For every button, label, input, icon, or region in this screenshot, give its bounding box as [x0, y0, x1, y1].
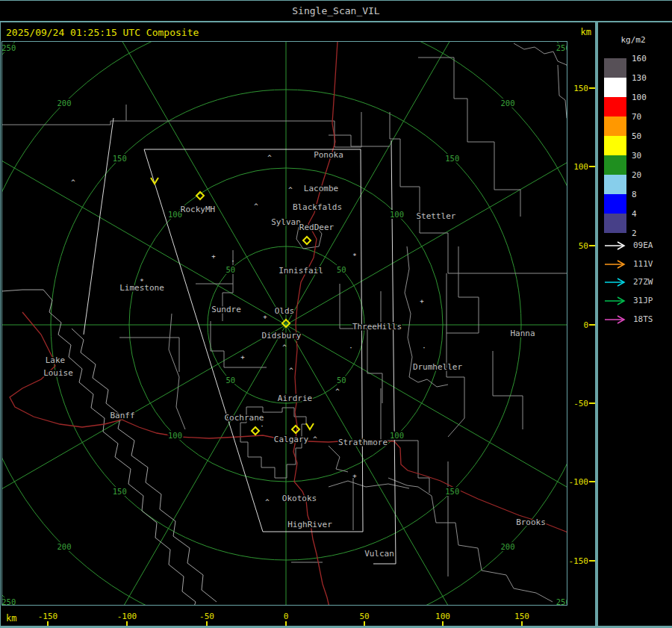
bottom-axis-label: -150 [30, 612, 66, 621]
window-left-border [0, 22, 1, 628]
radar-site-row: 111V [605, 259, 672, 270]
app-window: Single_Scan_VIL 2025/09/24 01:25:15 UTC … [0, 0, 672, 628]
right-axis-tick [589, 481, 595, 482]
colorbar-value: 8 [632, 190, 662, 199]
site-arrow-icon [605, 278, 629, 287]
site-arrow-icon [605, 241, 629, 250]
right-axis-tick [589, 402, 595, 404]
colorbar-swatch [604, 175, 626, 194]
radar-site-row: 27ZW [605, 277, 672, 287]
site-id: 18TS [633, 314, 653, 324]
right-axis-tick [589, 87, 595, 89]
right-axis-label: 0 [547, 320, 588, 330]
map-frame [1, 41, 567, 606]
bottom-axis-label: 150 [504, 612, 540, 621]
right-axis-label: 100 [547, 162, 588, 172]
colorbar-value: 70 [632, 112, 662, 122]
site-id: 31JP [633, 296, 653, 305]
bottom-axis-label: -50 [189, 612, 225, 621]
colorbar-unit-label: kg/m2 [605, 35, 662, 45]
right-axis-tick [589, 245, 595, 246]
colorbar-swatch [604, 136, 626, 155]
bottom-axis-label: 100 [425, 612, 461, 621]
colorbar-swatch [604, 194, 626, 214]
bottom-axis-unit-label: km [6, 613, 16, 624]
radar-site-row: 18TS [605, 314, 672, 325]
colorbar-swatch [604, 155, 626, 175]
colorbar-value: 100 [632, 93, 662, 102]
right-axis-tick [589, 166, 595, 167]
site-arrow-icon [605, 260, 629, 269]
colorbar-value: 130 [632, 73, 662, 83]
colorbar-swatch [604, 116, 626, 136]
right-axis-label: 150 [547, 84, 588, 93]
bottom-axis-label: 50 [346, 612, 382, 621]
colorbar-swatch [604, 214, 626, 233]
site-arrow-icon [605, 315, 629, 324]
site-id: 27ZW [633, 277, 653, 287]
right-axis-label: -50 [547, 399, 588, 408]
site-id: 111V [633, 259, 653, 269]
site-id: 09EA [633, 240, 653, 250]
colorbar-value: 20 [632, 170, 662, 180]
bottom-axis-label: -100 [109, 612, 145, 621]
right-axis-tick [589, 560, 595, 562]
right-axis-rule [595, 22, 598, 628]
site-arrow-icon [605, 296, 629, 305]
colorbar-swatch [604, 78, 626, 97]
colorbar-value: 160 [632, 54, 662, 63]
colorbar-value: 2 [632, 228, 662, 238]
right-axis-label: 50 [547, 241, 588, 251]
right-axis-label: -150 [547, 556, 588, 566]
right-axis-label: -100 [547, 477, 588, 487]
radar-site-row: 09EA [605, 240, 672, 251]
colorbar-value: 50 [632, 131, 662, 141]
colorbar-value: 30 [632, 151, 662, 161]
colorbar-swatch [604, 58, 626, 78]
right-axis-tick [589, 324, 595, 326]
colorbar-value: 4 [632, 209, 662, 219]
bottom-axis-label: 0 [268, 612, 304, 621]
radar-site-row: 31JP [605, 296, 672, 306]
colorbar-swatch [604, 97, 626, 116]
